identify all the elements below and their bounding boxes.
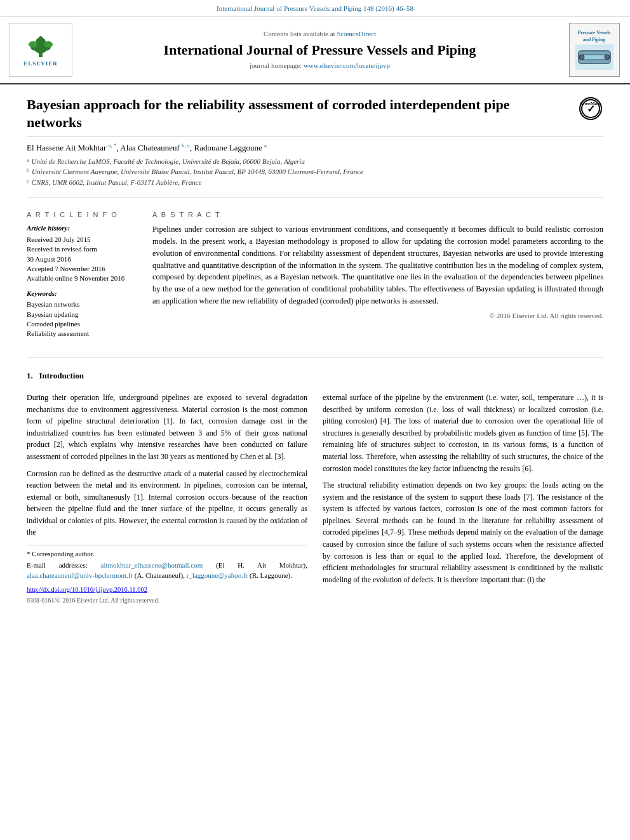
keyword-3: Corroded pipelines [27, 319, 141, 329]
crossmark-badge[interactable]: ✓ CrossMark [578, 96, 603, 121]
email-2-name: (A. Chateauneuf), [135, 571, 185, 579]
svg-point-5 [29, 41, 37, 48]
elsevier-tree-icon [22, 34, 60, 58]
elsevier-wordmark: ELSEVIER [23, 60, 58, 68]
elsevier-logo: ELSEVIER [15, 32, 66, 67]
email-1[interactable]: aitmokhtar_elhassene@hotmail.com [101, 561, 203, 569]
authors-section: El Hassene Ait Mokhtar a, *, Alaa Chatea… [27, 137, 603, 190]
thumb-title: Pressure Vesselsand Piping [578, 30, 611, 43]
accepted-date: Accepted 7 November 2016 [27, 264, 141, 274]
journal-thumbnail: Pressure Vesselsand Piping [567, 23, 621, 77]
section-label: Introduction [39, 371, 84, 380]
affil-marker-a: a [27, 157, 29, 166]
affil-marker-b: b [27, 167, 29, 177]
email-label: E-mail addresses: [27, 561, 88, 569]
affil-sup-bc: b, c [182, 142, 190, 149]
svg-rect-8 [39, 40, 42, 44]
affil-marker-c: c [27, 178, 29, 187]
keyword-4: Reliability assessment [27, 329, 141, 338]
elsevier-logo-box: ELSEVIER [9, 23, 72, 77]
abstract-column: A B S T R A C T Pipelines under corrosio… [152, 210, 603, 344]
homepage-label: journal homepage: [250, 62, 304, 69]
affiliation-c: c CNRS, UMR 6602, Institut Pascal, F-631… [27, 178, 603, 187]
doi-line[interactable]: http://dx.doi.org/10.1016/j.ijpvp.2016.1… [27, 585, 307, 595]
issn-line: 0308-0161/© 2016 Elsevier Ltd. All right… [27, 596, 307, 605]
article-history-group: Article history: Received 20 July 2015 R… [27, 223, 141, 283]
svg-text:CrossMark: CrossMark [580, 101, 601, 106]
intro-section-title: 1. Introduction [27, 370, 603, 382]
footnote-section: * Corresponding author. E-mail addresses… [27, 545, 307, 605]
journal-homepage: journal homepage: www.elsevier.com/locat… [250, 61, 390, 70]
email-3[interactable]: r_laggoune@yahoo.fr [187, 571, 248, 579]
revised-label: Received in revised form [27, 244, 141, 254]
email-2[interactable]: alaa.chateauneuf@univ-bpclermont.fr [27, 571, 133, 579]
contents-line: Contents lists available at ScienceDirec… [264, 29, 376, 39]
online-date: Available online 9 November 2016 [27, 274, 141, 283]
corresponding-label: * Corresponding author. [27, 550, 95, 557]
svg-point-13 [605, 55, 610, 60]
section-number: 1. [27, 371, 33, 380]
article-info-column: A R T I C L E I N F O Article history: R… [27, 210, 141, 344]
affiliation-c-text: CNRS, UMR 6602, Institut Pascal, F-63171… [32, 178, 202, 187]
journal-cover-thumb: Pressure Vesselsand Piping [569, 23, 620, 77]
crossmark-svg: ✓ CrossMark [580, 98, 601, 119]
email-1-name: (El H. Ait Mokhtar), [216, 561, 307, 569]
homepage-link[interactable]: www.elsevier.com/locate/ijpvp [304, 62, 390, 69]
received-date: Received 20 July 2015 [27, 235, 141, 244]
email-3-name: (R. Laggoune). [250, 571, 292, 579]
intro-paragraph-1: During their operation life, underground… [27, 392, 307, 463]
copyright-line: © 2016 Elsevier Ltd. All rights reserved… [152, 311, 603, 321]
keyword-1: Bayesian networks [27, 300, 141, 309]
thumb-cover-graphic [575, 44, 613, 70]
journal-header: ELSEVIER Contents lists available at Sci… [0, 17, 630, 84]
keyword-2: Bayesian updating [27, 310, 141, 319]
body-right-column: external surface of the pipeline by the … [323, 392, 603, 605]
abstract-heading: A B S T R A C T [152, 210, 603, 220]
doi-link[interactable]: http://dx.doi.org/10.1016/j.ijpvp.2016.1… [27, 586, 147, 593]
svg-point-12 [579, 55, 584, 60]
article-title-section: Bayesian approach for the reliability as… [27, 84, 603, 137]
contents-text: Contents lists available at [264, 30, 337, 37]
affil-sup-a: a, * [109, 142, 117, 149]
svg-rect-11 [582, 55, 607, 60]
right-paragraph-2: The structural reliability estimation de… [323, 479, 603, 585]
sciencedirect-link[interactable]: ScienceDirect [337, 30, 376, 37]
crossmark-icon: ✓ CrossMark [579, 97, 602, 120]
body-left-column: During their operation life, underground… [27, 392, 307, 605]
section-divider-2 [27, 357, 603, 357]
revised-date: 30 August 2016 [27, 255, 141, 264]
intro-paragraph-2: Corrosion can be defined as the destruct… [27, 468, 307, 539]
keywords-group: Keywords: Bayesian networks Bayesian upd… [27, 289, 141, 339]
affiliation-a-text: Unité de Recherche LaMOS, Faculté de Tec… [32, 157, 305, 166]
abstract-text: Pipelines under corrosion are subject to… [152, 223, 603, 307]
journal-reference-text: International Journal of Pressure Vessel… [217, 4, 413, 12]
body-columns: During their operation life, underground… [27, 385, 603, 611]
article-info-heading: A R T I C L E I N F O [27, 210, 141, 220]
article-body: Bayesian approach for the reliability as… [0, 84, 630, 611]
affiliation-b-text: Université Clermont Auvergne, Université… [32, 167, 363, 177]
article-history-label: Article history: [27, 223, 141, 233]
affiliation-a: a Unité de Recherche LaMOS, Faculté de T… [27, 157, 603, 166]
authors-line: El Hassene Ait Mokhtar a, *, Alaa Chatea… [27, 142, 603, 154]
journal-header-center: Contents lists available at ScienceDirec… [79, 23, 561, 77]
journal-reference-bar: International Journal of Pressure Vessel… [0, 0, 630, 17]
info-abstract-columns: A R T I C L E I N F O Article history: R… [27, 204, 603, 350]
footnote-corresponding: * Corresponding author. [27, 549, 307, 559]
article-title: Bayesian approach for the reliability as… [27, 96, 517, 131]
main-content: 1. Introduction During their operation l… [27, 364, 603, 611]
keywords-label: Keywords: [27, 289, 141, 298]
journal-title: International Journal of Pressure Vessel… [164, 42, 476, 58]
right-paragraph-1: external surface of the pipeline by the … [323, 392, 603, 474]
svg-point-7 [39, 36, 43, 40]
affiliation-b: b Université Clermont Auvergne, Universi… [27, 167, 603, 177]
footnote-emails: E-mail addresses: aitmokhtar_elhassene@h… [27, 561, 307, 580]
affiliation-list: a Unité de Recherche LaMOS, Faculté de T… [27, 157, 603, 187]
svg-point-6 [44, 41, 53, 48]
section-divider [27, 197, 603, 197]
affil-sup-a2: a [264, 142, 267, 149]
